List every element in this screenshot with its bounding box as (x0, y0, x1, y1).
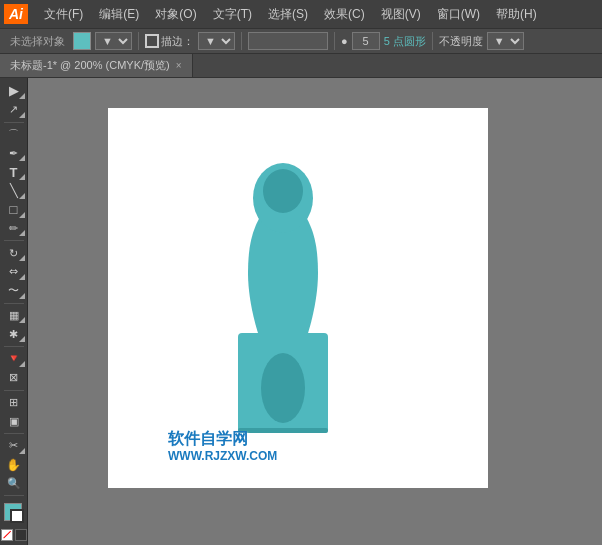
tool-gradient[interactable]: ▣ (2, 412, 26, 430)
reflect-icon: ⇔ (9, 265, 18, 278)
stroke-icon (145, 34, 159, 48)
graph-icon: ▦ (9, 309, 19, 322)
stroke-area: 描边： (145, 34, 194, 49)
tool-symbol[interactable]: ✱ (2, 325, 26, 343)
left-toolbar: ▶ ↗ ⌒ ✒ T ╲ □ ✏ (0, 78, 28, 545)
x-input[interactable] (248, 32, 328, 50)
tool-rect[interactable]: □ (2, 201, 26, 219)
tool-arrow-pen (19, 155, 25, 161)
warp-icon: 〜 (8, 283, 19, 298)
opacity-select[interactable]: ▼ (487, 32, 524, 50)
tool-line[interactable]: ╲ (2, 182, 26, 200)
black-swatch[interactable] (15, 529, 27, 541)
toolbar-separator-1 (138, 32, 139, 50)
hand-icon: ✋ (6, 458, 21, 472)
main-area: ▶ ↗ ⌒ ✒ T ╲ □ ✏ (0, 78, 602, 545)
tab-close-button[interactable]: × (176, 60, 182, 71)
tool-separator-7 (4, 495, 24, 496)
points-indicator: ● (341, 35, 348, 47)
direct-select-icon: ↗ (9, 103, 18, 116)
tool-hand[interactable]: ✋ (2, 456, 26, 474)
tool-graph[interactable]: ▦ (2, 307, 26, 325)
tool-arrow-direct (19, 112, 25, 118)
tool-zoom[interactable]: 🔍 (2, 475, 26, 493)
tool-arrow-type (19, 174, 25, 180)
tool-scissors[interactable]: ✂ (2, 437, 26, 455)
tool-arrow-rotate (19, 255, 25, 261)
extra-swatches (1, 529, 27, 541)
tool-arrow-rect (19, 212, 25, 218)
watermark: 软件自学网 WWW.RJZXW.COM (168, 429, 277, 465)
color-swatches (2, 503, 26, 526)
tool-arrow-select (19, 93, 25, 99)
fill-color-box[interactable] (73, 32, 91, 50)
document-tab[interactable]: 未标题-1* @ 200% (CMYK/预览) × (0, 54, 193, 77)
pencil-icon: ✏ (9, 222, 18, 235)
tool-pen[interactable]: ✒ (2, 144, 26, 162)
menu-object[interactable]: 对象(O) (147, 2, 204, 27)
tab-bar: 未标题-1* @ 200% (CMYK/预览) × (0, 54, 602, 78)
options-toolbar: 未选择对象 ▼ 描边： ▼ ● 5 点圆形 不透明度 ▼ (0, 28, 602, 54)
tool-arrow-scissors (19, 448, 25, 454)
tool-lasso[interactable]: ⌒ (2, 125, 26, 143)
tool-pencil[interactable]: ✏ (2, 220, 26, 238)
none-swatch[interactable] (1, 529, 13, 541)
fill-select[interactable]: ▼ (95, 32, 132, 50)
shape-label: 5 点圆形 (384, 34, 426, 49)
tool-arrow-warp (19, 293, 25, 299)
tool-rotate[interactable]: ↻ (2, 244, 26, 262)
menu-window[interactable]: 窗口(W) (429, 2, 488, 27)
stroke-swatch[interactable] (10, 509, 24, 523)
mesh-icon: ⊞ (9, 396, 18, 409)
blend-icon: ⊠ (9, 371, 18, 384)
tool-eyedropper[interactable]: 🔻 (2, 350, 26, 368)
menu-view[interactable]: 视图(V) (373, 2, 429, 27)
watermark-line1: 软件自学网 (168, 429, 277, 450)
rotate-icon: ↻ (9, 247, 18, 260)
menu-file[interactable]: 文件(F) (36, 2, 91, 27)
select-icon: ▶ (9, 83, 19, 98)
menu-help[interactable]: 帮助(H) (488, 2, 545, 27)
tool-separator-4 (4, 346, 24, 347)
tool-separator-2 (4, 240, 24, 241)
tool-arrow-symbol (19, 336, 25, 342)
tab-title: 未标题-1* @ 200% (CMYK/预览) (10, 58, 170, 73)
tool-reflect[interactable]: ⇔ (2, 263, 26, 281)
stroke-label: 描边： (161, 34, 194, 49)
tool-mesh[interactable]: ⊞ (2, 393, 26, 411)
app-logo: Ai (4, 4, 28, 24)
tool-arrow-line (19, 193, 25, 199)
stroke-select[interactable]: ▼ (198, 32, 235, 50)
illustration (193, 133, 373, 453)
menu-select[interactable]: 选择(S) (260, 2, 316, 27)
tool-warp[interactable]: 〜 (2, 282, 26, 300)
points-input[interactable] (352, 32, 380, 50)
lasso-icon: ⌒ (8, 127, 19, 142)
tool-arrow-graph (19, 317, 25, 323)
tool-separator-6 (4, 433, 24, 434)
toolbar-separator-4 (432, 32, 433, 50)
svg-point-2 (263, 169, 303, 213)
tool-separator-3 (4, 303, 24, 304)
tool-arrow-pencil (19, 230, 25, 236)
tool-separator-1 (4, 122, 24, 123)
canvas-area: 软件自学网 WWW.RJZXW.COM (28, 78, 602, 545)
menu-edit[interactable]: 编辑(E) (91, 2, 147, 27)
menubar: Ai 文件(F) 编辑(E) 对象(O) 文字(T) 选择(S) 效果(C) 视… (0, 0, 602, 28)
toolbar-separator-2 (241, 32, 242, 50)
pen-icon: ✒ (9, 147, 18, 160)
tool-separator-5 (4, 390, 24, 391)
toolbar-separator-3 (334, 32, 335, 50)
symbol-icon: ✱ (9, 328, 18, 341)
gradient-icon: ▣ (9, 415, 19, 428)
tool-arrow-reflect (19, 274, 25, 280)
tool-arrow-eyedropper (19, 361, 25, 367)
tool-blend[interactable]: ⊠ (2, 369, 26, 387)
tool-direct-select[interactable]: ↗ (2, 101, 26, 119)
menu-type[interactable]: 文字(T) (205, 2, 260, 27)
svg-point-3 (261, 353, 305, 423)
tool-type[interactable]: T (2, 163, 26, 181)
zoom-icon: 🔍 (7, 477, 21, 490)
tool-select[interactable]: ▶ (2, 82, 26, 100)
menu-effect[interactable]: 效果(C) (316, 2, 373, 27)
